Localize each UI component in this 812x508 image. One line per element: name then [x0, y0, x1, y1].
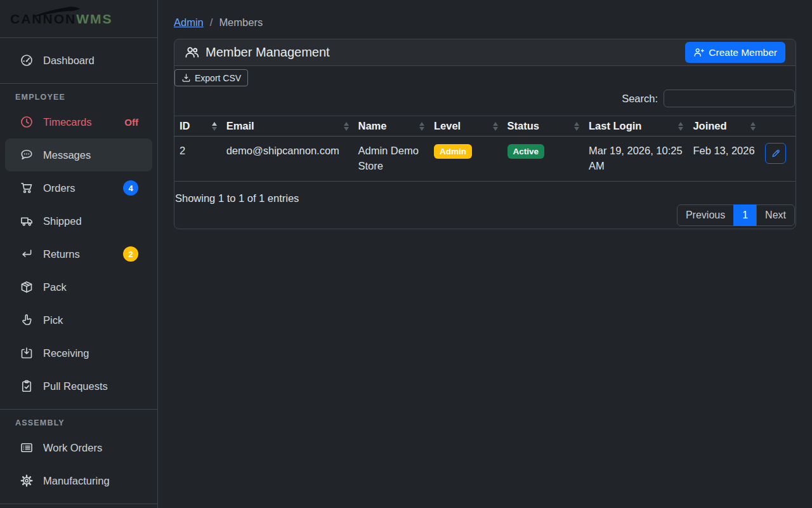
sort-arrows-icon [344, 122, 349, 131]
sidebar-nav: Dashboard EMPLOYEE Timecards Off Message… [0, 38, 157, 508]
returns-count-badge: 2 [123, 246, 138, 262]
sort-arrows-icon [574, 122, 579, 131]
sidebar-item-timecards[interactable]: Timecards Off [0, 105, 157, 138]
cart-icon [20, 182, 33, 194]
sidebar-item-pack[interactable]: Pack [0, 271, 157, 304]
sidebar-item-orders[interactable]: Orders 4 [0, 171, 157, 204]
export-csv-button[interactable]: Export CSV [174, 69, 248, 86]
sort-arrows-icon [493, 122, 498, 131]
sidebar-item-pull-requests[interactable]: Pull Requests [0, 370, 157, 403]
entries-info: Showing 1 to 1 of 1 entries [175, 192, 796, 204]
sidebar-item-dashboard[interactable]: Dashboard [0, 44, 157, 77]
clipboard-check-icon [20, 380, 33, 392]
sidebar-item-returns[interactable]: Returns 2 [0, 237, 157, 271]
gear-icon [20, 474, 33, 487]
sidebar-item-label: Manufacturing [43, 475, 110, 487]
search-label: Search: [622, 93, 658, 105]
cell-actions [760, 137, 796, 182]
orders-count-badge: 4 [123, 180, 138, 196]
column-header-level[interactable]: Level [429, 116, 502, 137]
sidebar-item-label: Dashboard [43, 55, 95, 67]
sidebar-item-label: Pack [43, 281, 67, 293]
person-plus-icon [693, 47, 704, 58]
sort-arrows-icon [750, 122, 756, 131]
hand-point-icon [20, 314, 33, 326]
members-table: ID Email Name Level Status Last Login Jo… [174, 116, 796, 182]
sidebar-item-label: Pull Requests [43, 380, 108, 392]
breadcrumb-link-admin[interactable]: Admin [174, 17, 204, 29]
gauge-icon [20, 54, 33, 67]
return-arrow-icon [20, 248, 33, 260]
cell-joined: Feb 13, 2026 [688, 137, 760, 182]
breadcrumb-separator: / [210, 17, 213, 29]
main-content: Admin / Members Member Management Create… [158, 0, 812, 508]
sidebar-item-label: Receiving [43, 347, 89, 359]
edit-member-button[interactable] [765, 143, 786, 164]
timecards-off-status: Off [124, 117, 138, 128]
brand-logo[interactable]: CANNONWMS [0, 0, 157, 38]
cell-name: Admin Demo Store [353, 137, 429, 182]
search-bar: Search: [174, 90, 795, 107]
sidebar-item-shipped[interactable]: Shipped [0, 204, 157, 237]
sidebar: CANNONWMS Dashboard EMPLOYEE Timecards O… [0, 0, 158, 508]
breadcrumb: Admin / Members [174, 17, 796, 29]
page-title-text: Member Management [206, 45, 330, 60]
column-header-actions [760, 116, 796, 137]
table-header-row: ID Email Name Level Status Last Login Jo… [174, 116, 796, 137]
column-header-joined[interactable]: Joined [688, 116, 760, 137]
pagination-next-button[interactable]: Next [756, 204, 795, 226]
search-input[interactable] [664, 90, 795, 107]
sidebar-item-receiving[interactable]: Receiving [0, 337, 157, 370]
truck-icon [20, 215, 33, 227]
column-header-name[interactable]: Name [353, 116, 429, 137]
section-header-assembly: ASSEMBLY [0, 410, 157, 431]
pagination-page-1-button[interactable]: 1 [733, 204, 757, 226]
chat-icon [20, 149, 33, 161]
member-management-card: Member Management Create Member Export C… [174, 39, 796, 229]
card-header: Member Management Create Member [174, 39, 796, 66]
cannon-icon [33, 6, 82, 18]
people-icon [185, 45, 199, 60]
page-title: Member Management [185, 45, 330, 60]
sort-arrows-icon [212, 122, 217, 131]
box-arrow-in-icon [20, 347, 33, 359]
cell-status: Active [502, 137, 584, 182]
sidebar-item-manufacturing[interactable]: Manufacturing [0, 464, 157, 497]
section-header-employee: EMPLOYEE [0, 84, 157, 105]
sidebar-item-label: Shipped [43, 215, 82, 227]
cell-level: Admin [429, 137, 502, 182]
create-member-label: Create Member [709, 47, 777, 58]
card-body: Export CSV Search: ID Email Name Level S… [174, 66, 796, 229]
table-footer: Showing 1 to 1 of 1 entries Previous 1 N… [174, 192, 796, 226]
column-header-id[interactable]: ID [174, 116, 221, 137]
card-list-icon [20, 441, 33, 454]
create-member-button[interactable]: Create Member [685, 42, 785, 63]
sidebar-item-label: Messages [43, 149, 91, 161]
cell-id: 2 [174, 137, 221, 182]
column-header-last-login[interactable]: Last Login [584, 116, 688, 137]
clock-icon [20, 116, 33, 128]
sidebar-item-label: Timecards [43, 116, 91, 128]
pencil-icon [771, 149, 781, 159]
export-csv-label: Export CSV [195, 73, 241, 83]
level-badge: Admin [434, 144, 472, 159]
sidebar-item-label: Orders [43, 182, 75, 194]
table-row: 2 demo@shipcannon.com Admin Demo Store A… [174, 137, 796, 182]
status-badge: Active [508, 144, 545, 159]
breadcrumb-current: Members [219, 17, 263, 29]
pagination-previous-button[interactable]: Previous [677, 204, 734, 226]
cell-email: demo@shipcannon.com [221, 137, 353, 182]
column-header-status[interactable]: Status [502, 116, 584, 137]
download-icon [181, 73, 191, 83]
sidebar-item-label: Returns [43, 248, 80, 260]
sidebar-item-pick[interactable]: Pick [0, 304, 157, 337]
sort-arrows-icon [419, 122, 424, 131]
sidebar-item-messages[interactable]: Messages [5, 138, 152, 171]
section-header-facilities: FACILITIES [0, 504, 157, 508]
cell-last-login: Mar 19, 2026, 10:25 AM [584, 137, 688, 182]
pagination: Previous 1 Next [677, 204, 795, 226]
sidebar-item-work-orders[interactable]: Work Orders [0, 431, 157, 464]
column-header-email[interactable]: Email [221, 116, 353, 137]
sidebar-item-label: Work Orders [43, 442, 102, 454]
sidebar-item-label: Pick [43, 314, 63, 326]
